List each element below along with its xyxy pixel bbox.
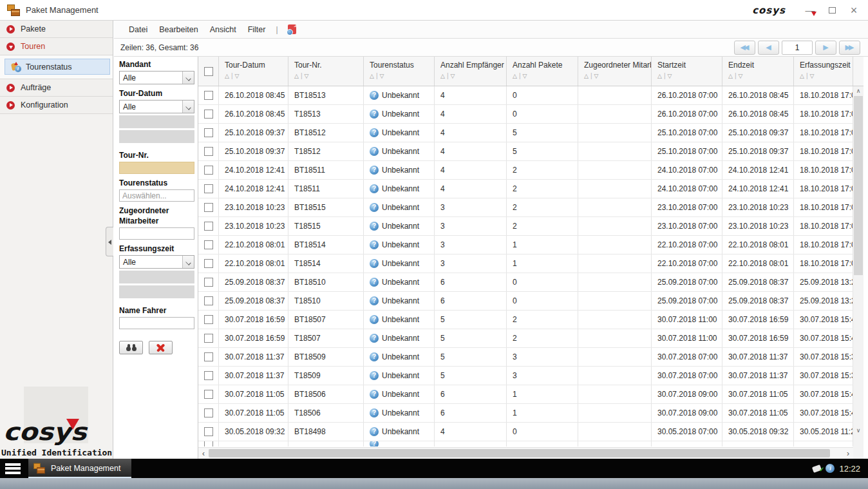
sort-desc-icon[interactable]: ▽ bbox=[523, 73, 527, 79]
row-checkbox[interactable] bbox=[204, 184, 213, 193]
sort-asc-icon[interactable]: △ bbox=[370, 73, 374, 79]
sort-desc-icon[interactable]: ▽ bbox=[810, 73, 815, 79]
row-checkbox[interactable] bbox=[204, 390, 213, 399]
menu-datei[interactable]: Datei bbox=[123, 25, 153, 34]
column-header[interactable]: Zugeordneter Mitarbe△|▽ bbox=[578, 57, 652, 86]
sort-asc-icon[interactable]: △ bbox=[294, 73, 299, 79]
menu-filter[interactable]: Filter bbox=[242, 25, 272, 34]
vertical-scroll-thumb[interactable] bbox=[854, 96, 863, 275]
row-checkbox[interactable] bbox=[204, 166, 213, 175]
menu-ansicht[interactable]: Ansicht bbox=[204, 25, 242, 34]
last-page-button[interactable]: ▶▶ bbox=[839, 41, 860, 55]
clear-filter-button[interactable] bbox=[149, 341, 173, 354]
row-checkbox[interactable] bbox=[204, 203, 213, 212]
cell: 4 bbox=[435, 423, 507, 441]
scroll-right-icon[interactable]: › bbox=[843, 448, 853, 459]
sidebar-item-touren[interactable]: Touren bbox=[0, 38, 113, 55]
maximize-button[interactable] bbox=[826, 4, 838, 17]
export-pdf-icon[interactable] bbox=[288, 24, 296, 34]
cell bbox=[578, 161, 652, 179]
previous-page-button[interactable]: ◀ bbox=[758, 41, 779, 55]
sidebar-item-tourenstatus-selected[interactable]: i Tourenstatus bbox=[5, 59, 110, 75]
row-checkbox[interactable] bbox=[204, 315, 213, 324]
row-checkbox[interactable] bbox=[204, 259, 213, 268]
cell bbox=[578, 86, 652, 104]
sort-desc-icon[interactable]: ▽ bbox=[594, 73, 599, 79]
sidebar-item-pakete[interactable]: Pakete bbox=[0, 21, 113, 38]
row-checkbox[interactable] bbox=[204, 278, 213, 287]
cell: 30.07.2018 07:00 bbox=[652, 367, 722, 385]
scroll-left-icon[interactable]: ‹ bbox=[198, 448, 209, 459]
dropdown-arrow-icon[interactable] bbox=[182, 256, 194, 268]
column-header[interactable]: Tourenstatus△|▽ bbox=[364, 57, 435, 86]
horizontal-scroll-thumb[interactable] bbox=[209, 449, 830, 457]
cell: 2 bbox=[507, 161, 578, 179]
info-tray-icon[interactable]: i bbox=[826, 464, 835, 473]
usb-device-icon[interactable] bbox=[812, 465, 822, 473]
taskbar-app-button[interactable]: Paket Management bbox=[28, 459, 131, 478]
mitarbeiter-input[interactable] bbox=[119, 227, 194, 240]
search-button[interactable] bbox=[119, 341, 143, 354]
sort-asc-icon[interactable]: △ bbox=[584, 73, 589, 79]
cell: ?Unbekannt bbox=[364, 385, 435, 403]
start-menu-icon[interactable] bbox=[5, 463, 21, 474]
cell bbox=[578, 311, 652, 329]
menu-bearbeiten[interactable]: Bearbeiten bbox=[153, 25, 203, 34]
sort-asc-icon[interactable]: △ bbox=[657, 73, 662, 79]
page-number-input[interactable]: 1 bbox=[782, 41, 813, 55]
first-page-button[interactable]: ◀◀ bbox=[734, 41, 755, 55]
next-page-button[interactable]: ▶ bbox=[815, 41, 836, 55]
row-checkbox[interactable] bbox=[204, 371, 213, 380]
sort-asc-icon[interactable]: △ bbox=[225, 73, 229, 79]
column-header[interactable]: Erfassungszeit△|▽ bbox=[794, 57, 853, 86]
sort-asc-icon[interactable]: △ bbox=[728, 73, 733, 79]
cell bbox=[578, 254, 652, 273]
menubar: Datei Bearbeiten Ansicht Filter | bbox=[114, 21, 868, 39]
sidebar-item-konfiguration[interactable]: Konfiguration bbox=[0, 97, 113, 114]
tour-nr-input[interactable] bbox=[119, 162, 194, 174]
scroll-up-icon[interactable]: ∧ bbox=[853, 86, 863, 96]
mandant-select[interactable]: Alle bbox=[119, 71, 194, 84]
row-checkbox[interactable] bbox=[204, 222, 213, 231]
column-header[interactable]: Anzahl Pakete△|▽ bbox=[507, 57, 578, 86]
column-header[interactable]: Tour-Datum△|▽ bbox=[219, 57, 288, 86]
row-checkbox[interactable] bbox=[204, 128, 213, 137]
row-checkbox[interactable] bbox=[204, 147, 213, 156]
sort-asc-icon[interactable]: △ bbox=[440, 73, 445, 79]
row-checkbox[interactable] bbox=[204, 110, 213, 119]
scroll-down-icon[interactable]: ∨ bbox=[853, 426, 863, 436]
row-checkbox[interactable] bbox=[204, 441, 213, 446]
row-checkbox[interactable] bbox=[204, 352, 213, 361]
row-checkbox[interactable] bbox=[204, 240, 213, 249]
sort-desc-icon[interactable]: ▽ bbox=[668, 73, 672, 79]
column-header[interactable]: Endzeit△|▽ bbox=[722, 57, 794, 86]
column-header[interactable]: Startzeit△|▽ bbox=[652, 57, 722, 86]
erfassungszeit-select[interactable]: Alle bbox=[119, 255, 194, 269]
select-all-checkbox[interactable] bbox=[204, 67, 213, 76]
sort-asc-icon[interactable]: △ bbox=[800, 73, 804, 79]
sort-desc-icon[interactable]: ▽ bbox=[305, 73, 309, 79]
sort-desc-icon[interactable]: ▽ bbox=[380, 73, 384, 79]
filter-panel-collapse-handle[interactable] bbox=[106, 227, 113, 256]
column-header[interactable]: Anzahl Empfänger△|▽ bbox=[435, 57, 507, 86]
dropdown-arrow-icon[interactable] bbox=[182, 101, 194, 113]
row-checkbox[interactable] bbox=[204, 427, 213, 436]
tour-datum-select[interactable]: Alle bbox=[119, 100, 194, 113]
sort-desc-icon[interactable]: ▽ bbox=[739, 73, 743, 79]
row-checkbox[interactable] bbox=[204, 91, 213, 100]
column-header[interactable]: Tour-Nr.△|▽ bbox=[288, 57, 364, 86]
sidebar-item-auftraege[interactable]: Aufträge bbox=[0, 79, 113, 97]
vertical-scrollbar[interactable]: ∧ ∨ bbox=[853, 57, 863, 459]
row-checkbox[interactable] bbox=[204, 296, 213, 305]
row-checkbox[interactable] bbox=[204, 408, 213, 417]
tourenstatus-input[interactable] bbox=[119, 189, 194, 202]
dropdown-arrow-icon[interactable] bbox=[182, 72, 194, 84]
sort-desc-icon[interactable]: ▽ bbox=[451, 73, 455, 79]
sort-desc-icon[interactable]: ▽ bbox=[235, 73, 240, 79]
name-fahrer-input[interactable] bbox=[119, 317, 194, 329]
row-checkbox[interactable] bbox=[204, 334, 213, 343]
horizontal-scrollbar[interactable]: ‹ › bbox=[198, 447, 853, 459]
close-button[interactable]: × bbox=[847, 4, 860, 17]
table-row: 30.05.2018 09:32BT18498?Unbekannt4030.05… bbox=[198, 423, 853, 441]
sort-asc-icon[interactable]: △ bbox=[513, 73, 517, 79]
